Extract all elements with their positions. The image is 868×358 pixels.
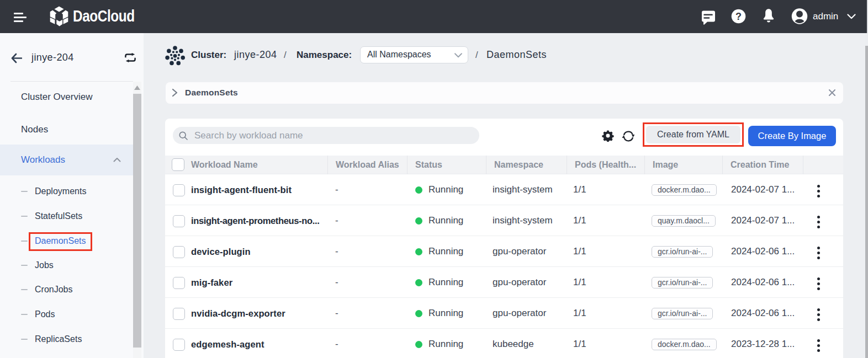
svg-text:?: ? — [735, 11, 742, 22]
